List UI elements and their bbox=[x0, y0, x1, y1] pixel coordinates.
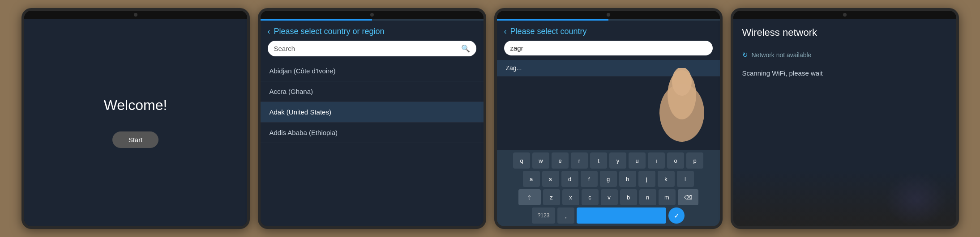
search-result-item[interactable]: Zag... bbox=[497, 60, 720, 76]
key-c[interactable]: c bbox=[582, 189, 599, 205]
key-b[interactable]: b bbox=[620, 189, 637, 205]
key-f[interactable]: f bbox=[581, 171, 598, 187]
key-d[interactable]: d bbox=[561, 171, 578, 187]
key-p[interactable]: p bbox=[686, 152, 703, 169]
country-screen-title-3: Please select country bbox=[510, 27, 587, 36]
key-e[interactable]: e bbox=[552, 152, 569, 169]
spinner-icon: ↻ bbox=[742, 51, 748, 59]
country-item-abidjan[interactable]: Abidjan (Côte d'Ivoire) bbox=[261, 61, 484, 81]
tablet-2: ‹ Please select country or region Search… bbox=[258, 8, 486, 229]
country-item-addis[interactable]: Addis Ababa (Ethiopia) bbox=[261, 123, 484, 143]
key-t[interactable]: t bbox=[590, 152, 607, 169]
wireless-reflection bbox=[733, 84, 956, 226]
key-s[interactable]: s bbox=[542, 171, 559, 187]
start-button[interactable]: Start bbox=[112, 131, 159, 148]
key-m[interactable]: m bbox=[659, 189, 676, 205]
key-j[interactable]: j bbox=[638, 171, 655, 187]
key-k[interactable]: k bbox=[658, 171, 675, 187]
key-y[interactable]: y bbox=[609, 152, 626, 169]
key-z[interactable]: z bbox=[543, 189, 560, 205]
country-item-adak[interactable]: Adak (United States) bbox=[261, 102, 484, 123]
welcome-screen: Welcome! Start bbox=[24, 19, 247, 226]
key-i[interactable]: i bbox=[648, 152, 665, 169]
screen-header-3: ‹ Please select country bbox=[497, 21, 720, 41]
country-screen: ‹ Please select country or region Search… bbox=[261, 19, 484, 226]
wireless-title: Wireless network bbox=[742, 27, 947, 38]
key-q[interactable]: q bbox=[513, 152, 530, 169]
camera-dot bbox=[134, 13, 137, 17]
country-list: Abidjan (Côte d'Ivoire) Accra (Ghana) Ad… bbox=[261, 61, 484, 226]
key-o[interactable]: o bbox=[667, 152, 684, 169]
network-status-text: Network not available bbox=[752, 51, 812, 59]
back-icon[interactable]: ‹ bbox=[268, 27, 270, 36]
key-confirm[interactable]: ✓ bbox=[668, 207, 685, 224]
search-value: zagr bbox=[510, 44, 706, 52]
key-g[interactable]: g bbox=[600, 171, 617, 187]
country-item-accra[interactable]: Accra (Ghana) bbox=[261, 81, 484, 102]
key-r[interactable]: r bbox=[571, 152, 588, 169]
key-x[interactable]: x bbox=[562, 189, 579, 205]
camera-dot-2 bbox=[370, 13, 374, 17]
key-w[interactable]: w bbox=[532, 152, 549, 169]
search-box[interactable]: Search 🔍 bbox=[268, 41, 476, 56]
country-screen-title: Please select country or region bbox=[274, 27, 385, 36]
tablet-1-top-bar bbox=[24, 11, 247, 19]
key-h[interactable]: h bbox=[619, 171, 636, 187]
key-backspace[interactable]: ⌫ bbox=[678, 189, 698, 205]
tablet-3-top-bar bbox=[497, 11, 720, 19]
search-placeholder: Search bbox=[274, 45, 458, 52]
search-keyboard-screen: ‹ Please select country zagr Zag... q w … bbox=[497, 19, 720, 226]
reflection-shape bbox=[885, 173, 947, 226]
key-a[interactable]: a bbox=[523, 171, 540, 187]
scanning-text: Scanning WiFi, please wait bbox=[733, 62, 956, 84]
key-u[interactable]: u bbox=[629, 152, 646, 169]
tablet-4: Wireless network ↻ Network not available… bbox=[731, 8, 959, 229]
tablet-3: ‹ Please select country zagr Zag... q w … bbox=[494, 8, 723, 229]
key-shift[interactable]: ⇧ bbox=[518, 189, 541, 205]
key-n[interactable]: n bbox=[639, 189, 656, 205]
key-numbers[interactable]: ?123 bbox=[532, 207, 555, 224]
camera-dot-3 bbox=[607, 13, 610, 17]
svg-point-0 bbox=[659, 84, 704, 142]
tablet-2-top-bar bbox=[261, 11, 484, 19]
tablet-1: Welcome! Start bbox=[21, 8, 250, 229]
network-status-row: ↻ Network not available bbox=[742, 48, 947, 62]
keyboard-row-1: q w e r t y u i o p bbox=[499, 152, 718, 169]
search-icon: 🔍 bbox=[461, 44, 470, 53]
camera-dot-4 bbox=[843, 13, 847, 17]
search-box-3[interactable]: zagr bbox=[504, 41, 713, 55]
key-comma[interactable]: , bbox=[557, 207, 574, 224]
key-space[interactable] bbox=[577, 207, 666, 224]
keyboard-row-bottom: ?123 , ✓ bbox=[499, 207, 718, 224]
screen-header: ‹ Please select country or region bbox=[261, 21, 484, 41]
wireless-screen: Wireless network ↻ Network not available… bbox=[733, 19, 956, 226]
back-icon-3[interactable]: ‹ bbox=[504, 27, 507, 36]
country-list-3: Zag... bbox=[497, 60, 720, 91]
keyboard-row-3: ⇧ z x c v b n m ⌫ bbox=[499, 189, 718, 205]
wireless-header: Wireless network bbox=[733, 19, 956, 48]
key-l[interactable]: l bbox=[677, 171, 694, 187]
tablet-4-top-bar bbox=[733, 11, 956, 19]
welcome-title: Welcome! bbox=[104, 97, 167, 114]
key-v[interactable]: v bbox=[601, 189, 618, 205]
keyboard-area: q w e r t y u i o p a s d f g h j k l bbox=[497, 150, 720, 226]
keyboard-row-2: a s d f g h j k l bbox=[499, 171, 718, 187]
